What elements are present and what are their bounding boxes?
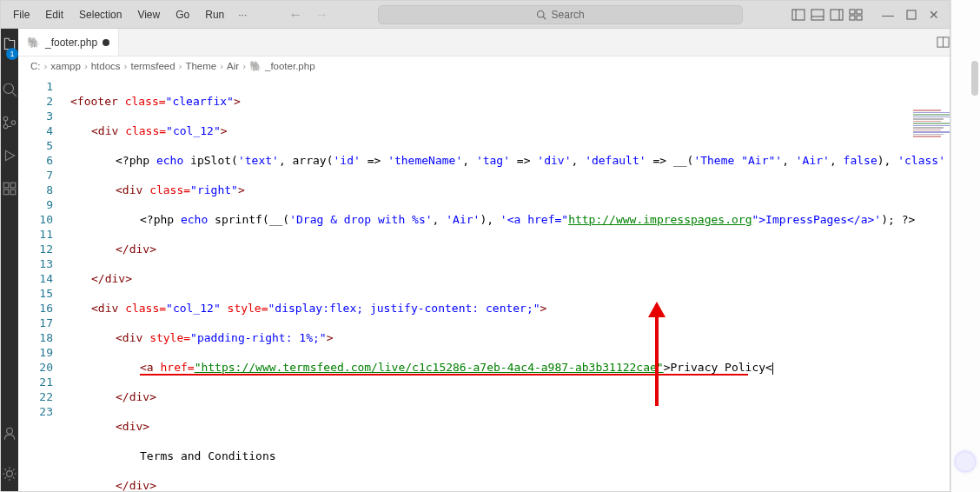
window-close-icon[interactable]: ✕ bbox=[929, 8, 939, 22]
remote-icon[interactable] bbox=[1, 425, 18, 442]
bc-0[interactable]: C: bbox=[30, 61, 41, 71]
svg-rect-18 bbox=[3, 183, 9, 188]
tab-bar: 🐘 _footer.php ··· bbox=[18, 29, 950, 57]
bc-5[interactable]: Air bbox=[227, 61, 239, 71]
bc-1[interactable]: xampp bbox=[50, 61, 81, 71]
bc-4[interactable]: Theme bbox=[185, 61, 216, 71]
menubar: File Edit Selection View Go Run ··· ← → … bbox=[1, 1, 950, 29]
extensions-icon[interactable] bbox=[1, 180, 18, 197]
menu-run[interactable]: Run bbox=[198, 5, 231, 24]
search-input[interactable]: Search bbox=[378, 5, 743, 24]
external-floating-button[interactable] bbox=[956, 452, 975, 471]
line-number-gutter: 1234567891011121314151617181920212223 bbox=[18, 76, 65, 491]
menu-more-icon[interactable]: ··· bbox=[233, 5, 252, 24]
svg-rect-2 bbox=[792, 10, 805, 20]
svg-rect-9 bbox=[857, 10, 862, 14]
chevron-right-icon: › bbox=[84, 61, 88, 71]
nav-back-icon[interactable]: ← bbox=[288, 7, 302, 23]
svg-point-13 bbox=[3, 83, 13, 93]
explorer-badge: 1 bbox=[6, 48, 18, 60]
svg-rect-19 bbox=[10, 183, 16, 188]
bc-3[interactable]: termsfeed bbox=[130, 61, 175, 71]
source-control-icon[interactable] bbox=[1, 114, 18, 131]
layout-icons bbox=[791, 8, 863, 22]
svg-point-0 bbox=[537, 10, 544, 17]
panel-right-icon[interactable] bbox=[830, 8, 844, 22]
chevron-right-icon: › bbox=[124, 61, 128, 71]
svg-rect-12 bbox=[907, 10, 916, 19]
breadcrumb[interactable]: C:› xampp› htdocs› termsfeed› Theme› Air… bbox=[18, 57, 950, 76]
settings-icon[interactable] bbox=[1, 465, 18, 482]
svg-point-16 bbox=[3, 124, 8, 129]
php-file-icon: 🐘 bbox=[27, 37, 40, 49]
svg-rect-20 bbox=[3, 189, 9, 195]
chevron-right-icon: › bbox=[242, 61, 246, 71]
svg-rect-10 bbox=[850, 16, 855, 20]
run-debug-icon[interactable] bbox=[1, 147, 18, 164]
tab-footer-php[interactable]: 🐘 _footer.php bbox=[18, 29, 119, 56]
menu-edit[interactable]: Edit bbox=[38, 5, 70, 24]
text-cursor bbox=[772, 362, 773, 375]
activity-bar: 1 bbox=[1, 29, 18, 491]
bc-6[interactable]: _footer.php bbox=[265, 61, 315, 71]
svg-point-17 bbox=[11, 121, 16, 125]
menu-file[interactable]: File bbox=[6, 5, 36, 24]
split-editor-icon[interactable] bbox=[937, 36, 950, 49]
external-scrollbar-thumb[interactable] bbox=[971, 61, 978, 96]
annotation-underline bbox=[140, 374, 748, 376]
svg-line-14 bbox=[12, 92, 17, 96]
tab-label: _footer.php bbox=[45, 37, 97, 49]
chevron-right-icon: › bbox=[220, 61, 223, 71]
php-file-icon: 🐘 bbox=[249, 60, 262, 72]
search-activity-icon[interactable] bbox=[1, 81, 18, 98]
svg-rect-11 bbox=[857, 16, 862, 20]
code-content[interactable]: <footer class="clearfix"> <div class="co… bbox=[65, 76, 950, 491]
search-placeholder: Search bbox=[552, 9, 585, 21]
minimap[interactable] bbox=[913, 79, 950, 131]
nav-forward-icon[interactable]: → bbox=[315, 7, 328, 23]
menu-go[interactable]: Go bbox=[169, 5, 196, 24]
dirty-indicator-icon bbox=[103, 39, 109, 46]
layout-grid-icon[interactable] bbox=[849, 8, 863, 22]
menu-view[interactable]: View bbox=[130, 5, 167, 24]
window-minimize-icon[interactable]: — bbox=[882, 8, 894, 22]
external-panel bbox=[950, 0, 980, 492]
panel-left-icon[interactable] bbox=[791, 8, 805, 22]
chevron-right-icon: › bbox=[179, 61, 182, 71]
menu-selection[interactable]: Selection bbox=[72, 5, 129, 24]
panel-bottom-icon[interactable] bbox=[811, 8, 824, 22]
svg-rect-21 bbox=[10, 189, 16, 195]
svg-point-15 bbox=[3, 116, 8, 121]
svg-point-23 bbox=[7, 471, 13, 477]
editor[interactable]: 1234567891011121314151617181920212223 <f… bbox=[18, 76, 950, 491]
nav-arrows: ← → bbox=[288, 7, 328, 23]
svg-line-1 bbox=[543, 17, 546, 19]
svg-rect-4 bbox=[811, 10, 824, 20]
chevron-right-icon: › bbox=[44, 61, 48, 71]
window-maximize-icon[interactable] bbox=[906, 10, 917, 20]
svg-rect-6 bbox=[831, 10, 843, 20]
bc-2[interactable]: htdocs bbox=[91, 61, 121, 71]
svg-point-22 bbox=[7, 428, 13, 434]
search-icon bbox=[536, 10, 546, 20]
svg-rect-8 bbox=[850, 10, 855, 14]
